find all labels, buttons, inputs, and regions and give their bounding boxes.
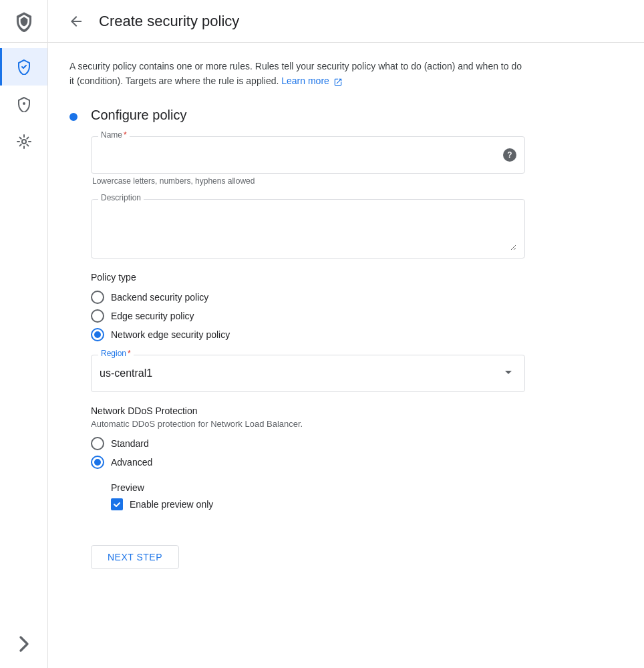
- region-dropdown[interactable]: Region* us-central1: [91, 355, 525, 392]
- sidebar-item-gear[interactable]: [0, 123, 47, 160]
- ddos-radio-group: Standard Advanced: [91, 437, 525, 469]
- preview-section: Preview Enable preview only: [111, 482, 525, 510]
- preview-checkbox[interactable]: Enable preview only: [111, 498, 525, 510]
- radio-advanced-circle: [91, 456, 104, 469]
- region-label: Region*: [98, 349, 134, 358]
- radio-edge[interactable]: Edge security policy: [91, 309, 525, 323]
- name-field-wrapper: Name* ?: [91, 136, 525, 174]
- radio-edge-label: Edge security policy: [111, 311, 194, 321]
- svg-point-0: [23, 102, 25, 105]
- radio-network-edge[interactable]: Network edge security policy: [91, 328, 525, 341]
- description-field-group: Description: [91, 199, 525, 259]
- radio-network-edge-circle: [91, 328, 104, 341]
- name-hint: Lowercase letters, numbers, hyphens allo…: [91, 176, 525, 186]
- preview-label: Preview: [111, 482, 525, 493]
- svg-point-1: [22, 140, 26, 144]
- policy-type-radio-group: Backend security policy Edge security po…: [91, 291, 525, 341]
- radio-advanced[interactable]: Advanced: [91, 456, 525, 469]
- sidebar-bottom: [11, 631, 37, 668]
- ddos-protection-group: Network DDoS Protection Automatic DDoS p…: [91, 405, 525, 510]
- name-field-group: Name* ? Lowercase letters, numbers, hyph…: [91, 136, 525, 186]
- section-heading: Configure policy: [91, 108, 525, 123]
- sidebar-item-security[interactable]: [0, 48, 47, 86]
- radio-backend-circle: [91, 291, 104, 304]
- section-form: Configure policy Name* ? Lowercase lette…: [91, 108, 525, 569]
- section-indicator: [69, 113, 77, 121]
- sidebar: [0, 0, 48, 668]
- gear-icon: [16, 134, 32, 150]
- radio-advanced-label: Advanced: [111, 457, 152, 468]
- intro-description: A security policy contains one or more r…: [69, 59, 524, 89]
- radio-backend[interactable]: Backend security policy: [91, 291, 525, 304]
- radio-network-edge-label: Network edge security policy: [111, 329, 230, 340]
- main-content: Create security policy A security policy…: [48, 0, 644, 668]
- ddos-title: Network DDoS Protection: [91, 405, 525, 416]
- policy-type-group: Policy type Backend security policy Edge…: [91, 272, 525, 392]
- description-label: Description: [98, 193, 144, 202]
- name-label: Name*: [98, 130, 130, 140]
- external-link-icon: [333, 77, 343, 87]
- sidebar-item-shield[interactable]: [0, 86, 47, 123]
- name-input[interactable]: [100, 150, 503, 160]
- radio-backend-label: Backend security policy: [111, 292, 208, 303]
- radio-standard-circle: [91, 437, 104, 450]
- logo-icon: [13, 11, 35, 32]
- ddos-subtitle: Automatic DDoS protection for Network Lo…: [91, 419, 525, 429]
- radio-standard-label: Standard: [111, 438, 149, 449]
- description-wrapper: Description: [91, 199, 525, 259]
- radio-standard[interactable]: Standard: [91, 437, 525, 450]
- page-title: Create security policy: [99, 13, 239, 30]
- preview-checkbox-label: Enable preview only: [130, 499, 213, 510]
- page-header: Create security policy: [48, 0, 644, 43]
- radio-edge-circle: [91, 309, 104, 323]
- shield-icon: [16, 96, 32, 112]
- chevron-down-icon: [500, 364, 516, 380]
- name-help-icon[interactable]: ?: [503, 148, 516, 162]
- description-input[interactable]: [100, 210, 516, 251]
- sidebar-navigation: [0, 43, 47, 160]
- back-button[interactable]: [64, 9, 88, 33]
- configure-policy-section: Configure policy Name* ? Lowercase lette…: [69, 108, 623, 569]
- page-content: A security policy contains one or more r…: [48, 43, 644, 668]
- app-logo: [0, 0, 48, 43]
- checkmark-icon: [113, 500, 121, 508]
- region-value: us-central1: [100, 367, 500, 379]
- expand-icon: [11, 631, 37, 657]
- back-arrow-icon: [68, 13, 84, 29]
- security-shield-icon: [16, 59, 32, 75]
- learn-more-link[interactable]: Learn more: [281, 75, 342, 86]
- expand-sidebar-button[interactable]: [11, 631, 37, 657]
- checkbox-icon: [111, 498, 123, 510]
- policy-type-label: Policy type: [91, 272, 525, 283]
- next-step-button[interactable]: NEXT STEP: [91, 545, 179, 569]
- dropdown-arrow-icon: [500, 364, 516, 382]
